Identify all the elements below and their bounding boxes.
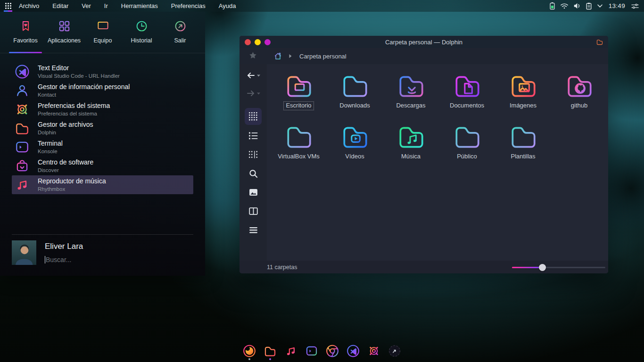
folder-item-escritorio[interactable]: Escritorio [271, 70, 327, 121]
folder-label: Plantillas [509, 153, 537, 161]
menu-preferencias[interactable]: Preferencias [171, 2, 206, 9]
preview-button[interactable] [245, 184, 262, 201]
forward-button[interactable] [246, 90, 261, 97]
folder-item-videos[interactable]: Vídeos [327, 121, 383, 172]
pin-circle-icon [388, 344, 402, 358]
folder-item-github[interactable]: github [551, 70, 607, 121]
slider-handle[interactable] [539, 264, 546, 271]
menu-button[interactable] [245, 222, 262, 239]
view-sidebar [239, 64, 267, 261]
favorite-subtitle: Kontact [38, 91, 130, 98]
dock-konsole[interactable] [305, 344, 319, 360]
battery-icon[interactable] [549, 2, 555, 10]
folder-label: Descargas [394, 102, 427, 110]
folder-item-documentos[interactable]: Documentos [439, 70, 495, 121]
folder-label: Documentos [448, 102, 486, 110]
menu-ver[interactable]: Ver [82, 2, 91, 9]
tab-equipo[interactable]: Equipo [83, 12, 122, 53]
close-button[interactable] [245, 39, 251, 45]
dock-rhythmbox[interactable] [284, 344, 298, 360]
menu-archivo[interactable]: Archivo [19, 2, 39, 9]
tab-salir[interactable]: Salir [161, 12, 199, 53]
clock[interactable]: 13:49 [609, 2, 625, 9]
favorite-rhythmbox[interactable]: Reproductor de músicaRhythmbox [12, 175, 193, 194]
top-menubar: Archivo Editar Ver Ir Herramientas Prefe… [0, 0, 644, 12]
favorite-title: Terminal [38, 140, 63, 148]
folder-item-publico[interactable]: Público [439, 121, 495, 172]
favorite-discover[interactable]: Centro de softwareDiscover [12, 156, 193, 175]
tab-label: Salir [174, 37, 186, 44]
running-indicator [290, 358, 292, 360]
favorite-dolphin[interactable]: Gestor de archivosDolphin [12, 119, 193, 138]
favorite-title: Centro de software [38, 158, 93, 167]
menu-editar[interactable]: Editar [52, 2, 68, 9]
menu-herramientas[interactable]: Herramientas [121, 2, 158, 9]
favorite-kontact[interactable]: Gestor de información personalKontact [12, 81, 193, 100]
tab-favoritos[interactable]: Favoritos [6, 12, 45, 53]
folder-icon [263, 344, 277, 358]
folder-item-virtualbox-vms[interactable]: VirtualBox VMs [271, 121, 327, 172]
folder-icon [14, 120, 30, 136]
favorite-konsole[interactable]: TerminalKonsole [12, 138, 193, 156]
sliders-icon[interactable] [631, 2, 639, 10]
favorite-subtitle: Preferencias del sistema [38, 110, 110, 117]
home-icon[interactable] [273, 52, 282, 60]
text-caret [45, 256, 45, 263]
folder-count: 11 carpetas [239, 264, 297, 271]
tab-aplicaciones[interactable]: Aplicaciones [45, 12, 83, 53]
bag-download-icon [14, 158, 30, 174]
gear-icon [367, 344, 381, 358]
location-toolbar: Carpeta personal [239, 48, 608, 64]
folder-item-musica[interactable]: Música [383, 121, 439, 172]
favorite-text-editor[interactable]: Text EditorVisual Studio Code - URL Hand… [12, 62, 193, 81]
dock-firefox[interactable] [242, 344, 256, 360]
titlebar-folder-icon[interactable] [596, 38, 608, 46]
app-launcher-button[interactable] [0, 0, 16, 12]
folder-item-plantillas[interactable]: Plantillas [495, 121, 551, 172]
minimize-button[interactable] [255, 39, 261, 45]
tab-historial[interactable]: Historial [122, 12, 161, 53]
favorite-star-icon[interactable] [249, 51, 257, 61]
list-view-icon [248, 132, 258, 140]
tab-label: Favoritos [13, 37, 37, 44]
list-view-button[interactable] [245, 127, 262, 144]
terminal-icon [14, 139, 30, 155]
compact-view-button[interactable] [245, 146, 262, 163]
folder-item-downloads[interactable]: Downloads [327, 70, 383, 121]
breadcrumb[interactable]: Carpeta personal [299, 53, 347, 60]
clipboard-icon[interactable] [586, 2, 592, 10]
menu-ayuda[interactable]: Ayuda [219, 2, 236, 9]
running-indicator [311, 358, 313, 360]
slider-fill [512, 267, 539, 268]
dock-vscode[interactable] [346, 344, 360, 360]
dock-settings[interactable] [367, 344, 381, 360]
folder-item-imagenes[interactable]: Imágenes [495, 70, 551, 121]
tab-label: Historial [131, 37, 152, 44]
volume-icon[interactable] [573, 2, 581, 9]
dock-dolphin[interactable] [263, 344, 277, 360]
folder-item-descargas[interactable]: Descargas [383, 70, 439, 121]
chevron-down-icon[interactable] [597, 4, 603, 8]
dock-pin-launcher[interactable] [388, 344, 402, 360]
zoom-slider[interactable] [512, 263, 605, 271]
dock-chrome[interactable] [325, 344, 339, 360]
maximize-button[interactable] [264, 39, 271, 45]
icons-view-button[interactable] [245, 108, 262, 125]
window-title: Carpeta personal — Dolphin [239, 39, 608, 46]
status-bar: 11 carpetas [239, 261, 608, 273]
menu-ir[interactable]: Ir [104, 2, 108, 9]
search-button[interactable] [245, 165, 262, 182]
gear-icon [14, 101, 30, 117]
wifi-icon[interactable] [560, 2, 569, 9]
search-input[interactable] [46, 256, 149, 263]
window-titlebar[interactable]: Carpeta personal — Dolphin [239, 36, 608, 48]
dolphin-window: Carpeta personal — Dolphin Carpeta perso… [239, 36, 608, 273]
running-indicator [352, 358, 354, 360]
bookmark-heart-icon [19, 20, 32, 33]
back-button[interactable] [246, 72, 261, 79]
search-field[interactable] [45, 255, 149, 264]
avatar[interactable] [12, 240, 36, 265]
split-view-button[interactable] [245, 203, 262, 220]
folder-label: github [569, 102, 589, 110]
favorite-preferencias[interactable]: Preferencias del sistemaPreferencias del… [12, 100, 193, 119]
